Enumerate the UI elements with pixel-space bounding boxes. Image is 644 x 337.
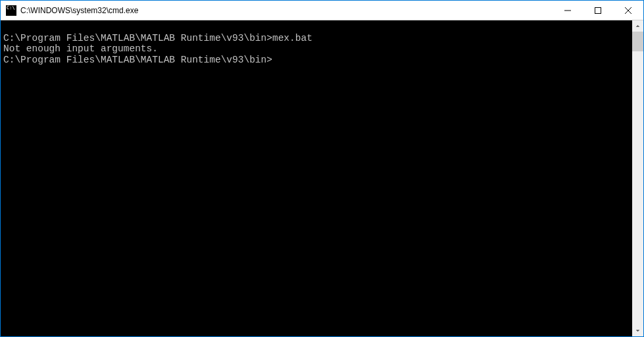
window-controls bbox=[553, 1, 643, 20]
close-icon bbox=[625, 7, 632, 14]
terminal[interactable]: C:\Program Files\MATLAB\MATLAB Runtime\v… bbox=[1, 20, 632, 336]
close-button[interactable] bbox=[613, 1, 643, 20]
cmd-icon bbox=[6, 5, 16, 16]
scroll-down-button[interactable] bbox=[632, 325, 643, 336]
scroll-thumb[interactable] bbox=[632, 32, 643, 51]
window-title: C:\WINDOWS\system32\cmd.exe bbox=[20, 6, 553, 15]
svg-rect-1 bbox=[595, 7, 601, 13]
maximize-button[interactable] bbox=[583, 1, 613, 20]
prompt: C:\Program Files\MATLAB\MATLAB Runtime\v… bbox=[3, 55, 272, 65]
minimize-icon bbox=[564, 7, 571, 14]
titlebar[interactable]: C:\WINDOWS\system32\cmd.exe bbox=[1, 1, 643, 20]
prompt: C:\Program Files\MATLAB\MATLAB Runtime\v… bbox=[3, 33, 272, 43]
terminal-wrapper: C:\Program Files\MATLAB\MATLAB Runtime\v… bbox=[1, 20, 643, 336]
minimize-button[interactable] bbox=[553, 1, 583, 20]
maximize-icon bbox=[595, 7, 601, 14]
command-text: mex.bat bbox=[272, 33, 312, 43]
scroll-up-button[interactable] bbox=[632, 20, 643, 32]
terminal-output: Not enough input arguments. bbox=[3, 43, 630, 55]
scroll-track[interactable] bbox=[632, 32, 643, 325]
chevron-down-icon bbox=[635, 328, 640, 333]
chevron-up-icon bbox=[635, 24, 640, 28]
terminal-line: C:\Program Files\MATLAB\MATLAB Runtime\v… bbox=[3, 33, 630, 44]
vertical-scrollbar[interactable] bbox=[632, 20, 643, 336]
terminal-line bbox=[3, 22, 630, 33]
terminal-line: C:\Program Files\MATLAB\MATLAB Runtime\v… bbox=[3, 55, 630, 66]
